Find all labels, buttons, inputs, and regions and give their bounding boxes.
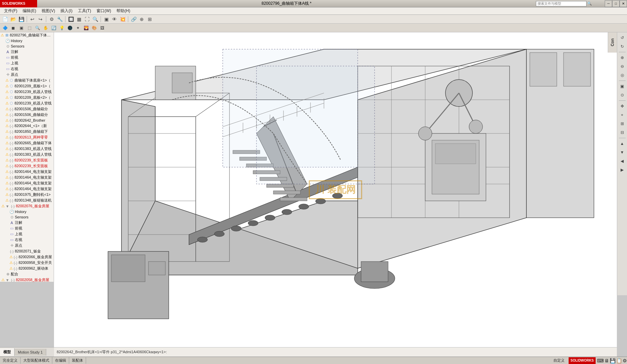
view-orient-btn[interactable]: 🔷 bbox=[1, 24, 9, 32]
view-shadow-btn[interactable]: 🌑 bbox=[66, 24, 74, 32]
tree-item-part-15[interactable]: ⚠ (-) 82002239_长安面板 bbox=[0, 157, 54, 163]
save-button[interactable]: 💾 bbox=[18, 16, 25, 23]
tree-item-part-18[interactable]: ⚠ (-) 82001464_电主轴支架 bbox=[0, 175, 54, 180]
menu-window[interactable]: 窗口(W) bbox=[94, 7, 114, 14]
new-button[interactable]: 📄 bbox=[1, 16, 9, 23]
search-input[interactable] bbox=[536, 1, 587, 6]
options-button[interactable]: 🔧 bbox=[56, 16, 63, 23]
maximize-button[interactable]: □ bbox=[612, 0, 620, 7]
search-icon[interactable]: 🔍 bbox=[587, 1, 592, 6]
menu-tools[interactable]: 工具(T) bbox=[75, 7, 94, 14]
rt-btn-4[interactable]: ⊖ bbox=[618, 62, 626, 70]
tree-item-assembly-1[interactable]: ⚠ ▼ (-) 82002076_板金房屋 bbox=[0, 203, 54, 209]
rt-btn-9[interactable]: ⌖ bbox=[618, 111, 626, 119]
tree-item-part-19[interactable]: ⚠ (-) 82001464_电主轴支架 bbox=[0, 180, 54, 186]
zoom-in-button[interactable]: 🔍 bbox=[91, 16, 99, 23]
tree-item-part-14[interactable]: ⚠ (-) 82001383_机器人管线 bbox=[0, 152, 54, 157]
tree-item-sub-2[interactable]: ⚠ (-) 82002066_板金房屋 bbox=[0, 254, 54, 260]
view-realview-btn[interactable]: 💡 bbox=[58, 24, 65, 32]
tree-item-right[interactable]: ▭ 右视 bbox=[0, 66, 54, 72]
tab-motion-study[interactable]: Motion Study 1 bbox=[15, 349, 46, 356]
tab-model[interactable]: 模型 bbox=[0, 348, 15, 356]
assembly-btn[interactable]: ⊞ bbox=[146, 16, 154, 23]
view-pan-btn[interactable]: ✋ bbox=[42, 24, 49, 32]
hide-show-btn[interactable]: 👁 bbox=[111, 16, 118, 23]
tree-item-part-21[interactable]: ⚠ (-) 82001975_翻转机<1> bbox=[0, 192, 54, 198]
view-texture-btn[interactable]: 🖼 bbox=[99, 24, 106, 32]
rt-btn-12[interactable]: ▲ bbox=[618, 140, 626, 148]
explode-btn[interactable]: 💥 bbox=[119, 16, 126, 23]
view-zoom-btn[interactable]: 🔍 bbox=[34, 24, 41, 32]
section-button[interactable]: ▦ bbox=[75, 16, 83, 23]
view-ambient-btn[interactable]: ✦ bbox=[74, 24, 82, 32]
tree-item-part-1[interactable]: ⚠ ⬡ 曲轴箱下体底座<1>（ bbox=[0, 78, 54, 83]
tree-item-sub-3[interactable]: ⚠ (-) 82000958_安全开关 bbox=[0, 260, 54, 266]
tree-item-part-12[interactable]: ⚠ (-) 82002665_曲轴箱下体 bbox=[0, 140, 54, 146]
status-icon-2[interactable]: 🖥 bbox=[604, 358, 609, 363]
tree-item-front-2[interactable]: ▭ 前视 bbox=[0, 225, 54, 231]
tree-item-assembly-2[interactable]: ⚠ ▼ (-) 82002058_板金房屋 bbox=[0, 277, 54, 282]
rt-btn-10[interactable]: ⊞ bbox=[618, 120, 626, 128]
3d-viewport[interactable]: 川 装配网 bbox=[54, 32, 617, 347]
rt-btn-6[interactable]: ▣ bbox=[618, 82, 626, 90]
tree-item-top[interactable]: ▭ 上视 bbox=[0, 60, 54, 66]
view-scene-btn[interactable]: 🌄 bbox=[82, 24, 90, 32]
tree-item-right-2[interactable]: ▭ 右视 bbox=[0, 237, 54, 243]
component-btn[interactable]: ⊕ bbox=[138, 16, 145, 23]
tree-item-sub-1[interactable]: (-) 82002071_钣金 bbox=[0, 248, 54, 254]
menu-edit[interactable]: 编辑(E) bbox=[20, 7, 39, 14]
display-btn[interactable]: ▣ bbox=[103, 16, 110, 23]
rt-btn-5[interactable]: ◎ bbox=[618, 71, 626, 79]
tree-item-front[interactable]: ▭ 前视 bbox=[0, 55, 54, 60]
status-icon-5[interactable]: ⚙ bbox=[623, 358, 627, 363]
open-button[interactable]: 📂 bbox=[9, 16, 17, 23]
tree-item-part-16[interactable]: ⚠ (-) 82002239_长安面板 bbox=[0, 163, 54, 169]
tree-item-part-17[interactable]: ⚠ (-) 82001464_电主轴支架 bbox=[0, 169, 54, 175]
tree-item-history-2[interactable]: 🕐 History bbox=[0, 209, 54, 214]
rt-btn-13[interactable]: ▼ bbox=[618, 148, 626, 156]
tree-item-sensors-2[interactable]: ⊙ Sensors bbox=[0, 214, 54, 220]
view-wire-btn[interactable]: ▣ bbox=[18, 24, 25, 32]
tree-item-part-4[interactable]: ⚠ ⬡ 82001209_底板<2>（ bbox=[0, 95, 54, 100]
undo-button[interactable]: ↩ bbox=[29, 16, 36, 23]
menu-help[interactable]: 帮助(H) bbox=[114, 7, 133, 14]
tree-item-part-6[interactable]: ⚠ (-) 82001506_曲轴箱分 bbox=[0, 106, 54, 112]
rt-btn-3[interactable]: ⊕ bbox=[618, 54, 626, 62]
tree-item-sub-4[interactable]: ⚠ (-) 82000962_驱动体 bbox=[0, 266, 54, 271]
tree-item-part-11[interactable]: ⚠ (-) 82002613_两种零零 bbox=[0, 134, 54, 140]
tree-item-history-1[interactable]: 🕐 History bbox=[0, 38, 54, 43]
tree-item-origin[interactable]: ✛ 原点 bbox=[0, 72, 54, 78]
rt-btn-1[interactable]: ↺ bbox=[618, 34, 626, 42]
tree-item-part-9[interactable]: ⚠ (-) 82002644_<1>（新 bbox=[0, 123, 54, 129]
status-icon-1[interactable]: ⌨ bbox=[597, 358, 604, 363]
tree-item-part-5[interactable]: ⚠ ⬡ 82001239_机器人管线 bbox=[0, 100, 54, 106]
tree-item-mate[interactable]: ⊕ 配合 bbox=[0, 271, 54, 277]
tree-item-annotations-2[interactable]: A 注解 bbox=[0, 220, 54, 225]
view3d-button[interactable]: 🔲 bbox=[67, 16, 75, 23]
rt-btn-8[interactable]: ✥ bbox=[618, 102, 626, 110]
close-button[interactable]: ✕ bbox=[620, 0, 627, 7]
tree-item-part-3[interactable]: ⚠ ⬡ 82001239_机器人管线 bbox=[0, 89, 54, 95]
redo-button[interactable]: ↪ bbox=[37, 16, 44, 23]
rt-btn-15[interactable]: ▶ bbox=[618, 166, 626, 174]
minimize-button[interactable]: ─ bbox=[605, 0, 612, 7]
tree-item-part-10[interactable]: ⚠ (-) 82001850_曲轴箱下 bbox=[0, 129, 54, 134]
tree-item-part-20[interactable]: ⚠ (-) 82001464_电主轴支架 bbox=[0, 186, 54, 192]
tree-item-root[interactable]: ⚠ ⊞ 82002796_曲轴箱下体A线 bbox=[0, 32, 54, 38]
zoom-fit-button[interactable]: ⛶ bbox=[83, 16, 91, 23]
menu-insert[interactable]: 插入(I) bbox=[58, 7, 75, 14]
rt-btn-11[interactable]: ⊟ bbox=[618, 128, 626, 136]
rebuild-button[interactable]: ⚙ bbox=[48, 16, 55, 23]
mate-btn[interactable]: 🔗 bbox=[130, 16, 137, 23]
tree-item-origin-2[interactable]: ✛ 原点 bbox=[0, 243, 54, 248]
tree-item-part-13[interactable]: ⚠ (-) 82001383_机器人管线 bbox=[0, 146, 54, 152]
status-icon-3[interactable]: 💾 bbox=[610, 358, 616, 363]
menu-view[interactable]: 视图(V) bbox=[39, 7, 58, 14]
rt-btn-2[interactable]: ↻ bbox=[618, 42, 626, 51]
view-section-btn[interactable]: ⬚ bbox=[26, 24, 33, 32]
menu-file[interactable]: 文件(F) bbox=[1, 7, 20, 14]
tree-item-annotations[interactable]: A 注解 bbox=[0, 49, 54, 55]
view-color-btn[interactable]: 🎨 bbox=[90, 24, 98, 32]
view-shaded-btn[interactable]: ◼ bbox=[9, 24, 17, 32]
tree-item-sensors[interactable]: ⊙ Sensors bbox=[0, 43, 54, 49]
